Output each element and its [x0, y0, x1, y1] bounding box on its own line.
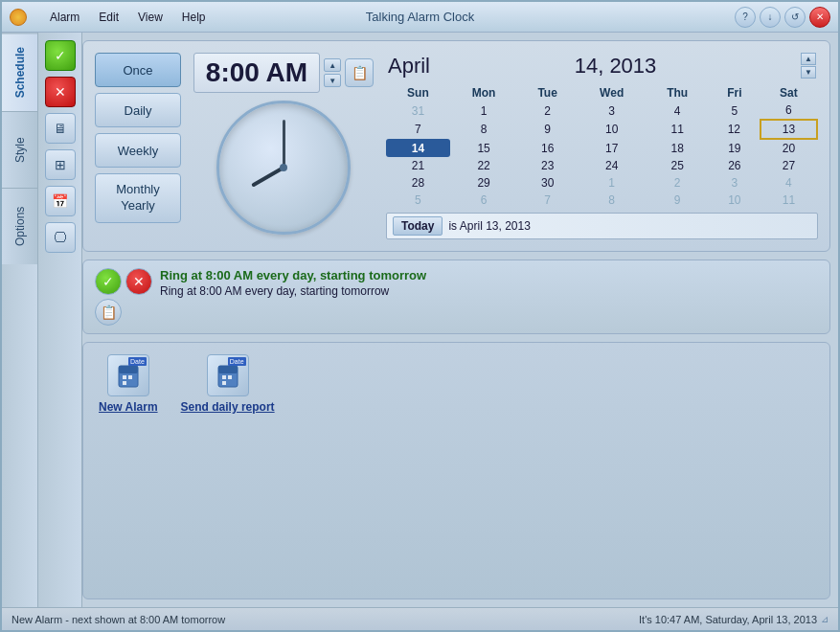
calendar-day[interactable]: 5	[386, 192, 450, 209]
calendar-day[interactable]: 13	[761, 120, 817, 139]
calendar-day[interactable]: 11	[761, 192, 817, 209]
cal-header-wed: Wed	[578, 84, 647, 102]
calendar-day[interactable]: 15	[450, 139, 518, 157]
calendar-day[interactable]: 7	[517, 192, 578, 209]
calendar-day[interactable]: 21	[386, 157, 450, 174]
calendar-day[interactable]: 22	[450, 157, 518, 174]
today-text: is April 13, 2013	[448, 219, 530, 233]
close-button[interactable]: ✕	[809, 7, 830, 28]
menu-edit[interactable]: Edit	[91, 9, 126, 26]
calendar-day[interactable]: 12	[709, 120, 761, 139]
time-display: 8:00 AM ▲ ▼ 📋	[193, 53, 374, 93]
menu-help[interactable]: Help	[174, 9, 214, 26]
menu-alarm[interactable]: Alarm	[42, 9, 87, 26]
shortcut-send-daily[interactable]: Date Send daily report	[181, 354, 275, 587]
calendar-day[interactable]: 11	[646, 120, 708, 139]
calendar-day[interactable]: 8	[450, 120, 518, 139]
svg-rect-2	[123, 375, 126, 379]
new-alarm-icon-date-badge: Date	[128, 357, 147, 366]
send-daily-label[interactable]: Send daily report	[181, 400, 275, 414]
alarm-controls: ✓ ✕ 📋	[95, 268, 152, 326]
calendar-day[interactable]: 27	[761, 157, 817, 174]
status-icon: ⊿	[821, 614, 829, 624]
svg-rect-7	[222, 375, 226, 379]
calendar-day[interactable]: 14	[386, 139, 450, 157]
alarm-reject-button[interactable]: ✕	[125, 268, 152, 295]
cal-header-fri: Fri	[709, 84, 761, 102]
global-cancel-button[interactable]: ✕	[45, 77, 76, 107]
time-icon-button[interactable]: 📋	[345, 58, 374, 87]
alarm-text-area: Ring at 8:00 AM every day, starting tomo…	[160, 268, 818, 298]
calendar-year: 14, 2013	[575, 54, 657, 79]
clock-center	[280, 164, 287, 171]
calendar-day[interactable]: 10	[709, 192, 761, 209]
calendar-day[interactable]: 9	[646, 192, 708, 209]
monitor-button[interactable]: 🖵	[45, 222, 76, 253]
new-alarm-label[interactable]: New Alarm	[99, 400, 158, 414]
send-daily-icon-date-badge: Date	[228, 357, 246, 366]
calendar-day[interactable]: 30	[517, 174, 578, 192]
calendar-day[interactable]: 26	[709, 157, 761, 174]
calendar-day[interactable]: 24	[578, 157, 647, 174]
time-down-button[interactable]: ▼	[324, 74, 341, 87]
calendar-day[interactable]: 31	[386, 102, 450, 120]
time-up-button[interactable]: ▲	[324, 58, 341, 72]
calendar-day[interactable]: 2	[646, 174, 708, 192]
cal-header-mon: Mon	[450, 84, 518, 102]
calendar-day[interactable]: 29	[450, 174, 518, 192]
calendar-day[interactable]: 3	[578, 102, 647, 120]
tab-options[interactable]: Options	[2, 188, 37, 264]
calendar-day[interactable]: 18	[646, 139, 708, 157]
refresh-button[interactable]: ↺	[784, 7, 806, 28]
calendar-day[interactable]: 1	[578, 174, 647, 192]
calendar-day[interactable]: 16	[517, 139, 578, 157]
screen-button[interactable]: 🖥	[45, 113, 76, 144]
calendar-day[interactable]: 19	[709, 139, 761, 157]
svg-rect-6	[218, 366, 238, 373]
alarm-secondary-text: Ring at 8:00 AM every day, starting tomo…	[160, 284, 818, 298]
tab-schedule[interactable]: Schedule	[2, 33, 37, 111]
bottom-panel: Date New Alarm Date	[82, 342, 830, 599]
alarm-accept-button[interactable]: ✓	[95, 268, 122, 295]
calendar-day[interactable]: 9	[517, 120, 578, 139]
calendar-day[interactable]: 4	[761, 174, 817, 192]
minute-hand	[283, 120, 285, 168]
calendar-down-button[interactable]: ▼	[801, 66, 816, 79]
shortcut-new-alarm[interactable]: Date New Alarm	[99, 354, 158, 587]
schedule-weekly[interactable]: Weekly	[95, 133, 181, 168]
calendar-day[interactable]: 6	[450, 192, 518, 209]
sidebar-tabs: Schedule Style Options	[2, 33, 38, 607]
calendar-day[interactable]: 1	[450, 102, 518, 120]
grid-button[interactable]: ⊞	[45, 149, 76, 180]
calendar-day[interactable]: 6	[761, 102, 817, 120]
svg-rect-9	[222, 381, 226, 385]
calendar-day[interactable]: 28	[386, 174, 450, 192]
cal-header-sat: Sat	[761, 84, 817, 102]
calendar-day[interactable]: 3	[709, 174, 761, 192]
calendar-small-button[interactable]: 📅	[45, 186, 76, 216]
calendar-day[interactable]: 20	[761, 139, 817, 157]
calendar-up-button[interactable]: ▲	[801, 53, 816, 65]
global-accept-button[interactable]: ✓	[45, 40, 76, 71]
tab-style[interactable]: Style	[2, 111, 37, 188]
schedule-daily[interactable]: Daily	[95, 93, 181, 127]
calendar-day[interactable]: 4	[646, 102, 708, 120]
calendar-day[interactable]: 2	[517, 102, 578, 120]
calendar-day[interactable]: 5	[709, 102, 761, 120]
calendar-day[interactable]: 23	[517, 157, 578, 174]
calendar-day[interactable]: 7	[386, 120, 450, 139]
svg-rect-4	[123, 381, 126, 385]
download-button[interactable]: ↓	[760, 7, 781, 28]
schedule-monthly-yearly[interactable]: Monthly Yearly	[95, 173, 181, 223]
alarm-edit-button[interactable]: 📋	[95, 299, 122, 326]
calendar-month: April	[388, 54, 430, 79]
calendar-day[interactable]: 10	[578, 120, 647, 139]
calendar-day[interactable]: 17	[578, 139, 647, 157]
alarm-info-panel: ✓ ✕ 📋 Ring at 8:00 AM every day, startin…	[82, 260, 830, 334]
menu-view[interactable]: View	[130, 9, 170, 26]
calendar-day[interactable]: 8	[578, 192, 647, 209]
calendar-navigation: ▲ ▼	[801, 53, 816, 79]
help-button[interactable]: ?	[735, 7, 756, 28]
schedule-once[interactable]: Once	[95, 53, 181, 87]
calendar-day[interactable]: 25	[646, 157, 708, 174]
